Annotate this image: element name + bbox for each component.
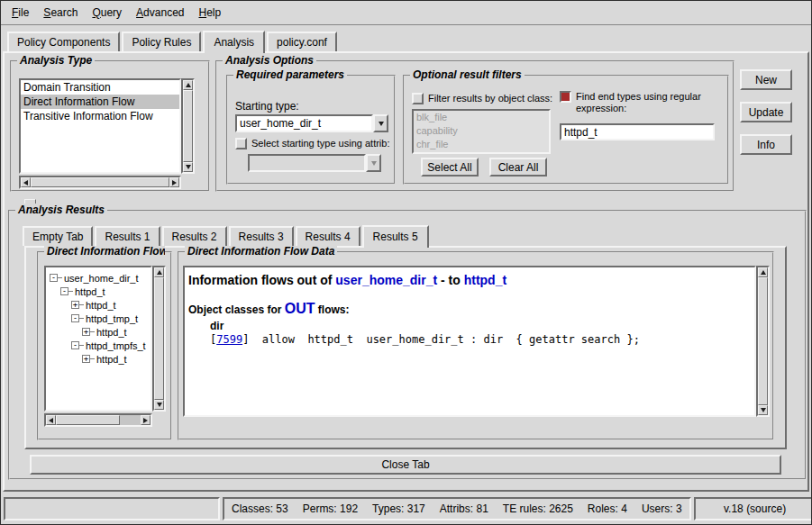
attrib-checkbox[interactable]: [235, 138, 247, 149]
analysis-type-title: Analysis Type: [17, 54, 95, 67]
new-button[interactable]: New: [740, 69, 792, 90]
tree-node[interactable]: -httpd_t: [48, 285, 149, 298]
scroll-up-arrow[interactable]: [183, 80, 193, 90]
object-class-name: dir: [210, 320, 754, 332]
source-type: user_home_dir_t: [335, 273, 437, 287]
menu-help[interactable]: Help: [191, 3, 228, 23]
scroll-down-arrow[interactable]: [758, 405, 768, 415]
headline-connector: - to: [441, 273, 461, 287]
scrollbar-trough[interactable]: [154, 277, 164, 400]
tab-results-2[interactable]: Results 2: [162, 226, 227, 246]
scroll-right-arrow[interactable]: [141, 415, 151, 425]
flow-tree-group: Direct Information Flow T -user_home_dir…: [37, 251, 172, 440]
close-tab-button[interactable]: Close Tab: [30, 455, 781, 475]
tab-analysis[interactable]: Analysis: [203, 31, 265, 53]
tree-expander-icon[interactable]: +: [82, 355, 90, 363]
horizontal-scrollbar[interactable]: [44, 413, 152, 427]
tab-results-5[interactable]: Results 5: [362, 225, 429, 248]
tree-node[interactable]: +httpd_t: [48, 325, 149, 339]
flow-data-textarea[interactable]: Information flows out of user_home_dir_t…: [183, 266, 756, 417]
rule-text: allow httpd_t user_home_dir_t : dir { ge…: [249, 333, 639, 346]
tree-expander-icon[interactable]: -: [71, 314, 79, 322]
main-tabstrip: Policy Components Policy Rules Analysis …: [3, 26, 339, 51]
stat-te-rules: TE rules: 2625: [503, 502, 573, 515]
tree-node[interactable]: -httpd_tmpfs_t: [48, 339, 149, 352]
flow-tree-title: Direct Information Flow T: [44, 245, 165, 258]
tree-expander-icon[interactable]: -: [71, 341, 79, 349]
filter-by-object-class-checkbox[interactable]: [412, 93, 424, 104]
starting-type-label: Starting type:: [235, 100, 299, 113]
chevron-down-icon: [371, 161, 377, 166]
scrollbar-trough[interactable]: [56, 415, 141, 425]
scrollbar-thumb[interactable]: [31, 177, 169, 187]
vertical-scrollbar[interactable]: [152, 266, 166, 412]
flow-tree[interactable]: -user_home_dir_t -httpd_t +httpd_t -http…: [44, 266, 152, 412]
scrollbar-thumb[interactable]: [758, 277, 768, 405]
flow-data-group: Direct Information Flow Data Information…: [178, 251, 774, 440]
tab-results-4[interactable]: Results 4: [296, 226, 360, 246]
combobox-dropdown-button-disabled: [366, 154, 381, 172]
horizontal-scrollbar[interactable]: [19, 176, 181, 189]
scrollbar-thumb[interactable]: [183, 90, 193, 162]
menu-advanced[interactable]: Advanced: [129, 3, 191, 23]
info-button[interactable]: Info: [740, 134, 792, 155]
tree-expander-icon[interactable]: +: [82, 328, 90, 336]
scroll-down-arrow[interactable]: [183, 162, 193, 172]
vertical-scrollbar[interactable]: [181, 78, 195, 174]
scroll-up-arrow[interactable]: [154, 267, 164, 277]
tab-results-1[interactable]: Results 1: [95, 226, 160, 246]
starting-type-combobox-input[interactable]: [235, 114, 373, 132]
regex-checkbox[interactable]: [560, 91, 571, 103]
combobox-dropdown-button[interactable]: [373, 114, 388, 132]
tree-node[interactable]: -user_home_dir_t: [48, 271, 149, 285]
object-classes-line: Object classes for OUT flows:: [188, 301, 754, 317]
tree-node[interactable]: +httpd_t: [48, 298, 149, 312]
tree-node-label[interactable]: user_home_dir_t: [62, 273, 139, 284]
list-item[interactable]: Transitive Information Flow: [21, 109, 179, 123]
clear-all-button[interactable]: Clear All: [489, 158, 547, 177]
tab-policy-components[interactable]: Policy Components: [7, 32, 120, 51]
classes-prefix: Object classes for: [188, 303, 281, 316]
tree-node-label[interactable]: httpd_t: [84, 300, 116, 311]
scroll-left-arrow[interactable]: [46, 415, 56, 425]
scroll-up-arrow[interactable]: [758, 267, 768, 277]
analysis-type-listbox[interactable]: Domain Transition Direct Information Flo…: [19, 78, 181, 174]
tab-policy-conf[interactable]: policy.conf: [267, 32, 337, 51]
scroll-right-arrow[interactable]: [169, 177, 179, 187]
menu-search[interactable]: Search: [36, 3, 85, 23]
list-item[interactable]: Domain Transition: [21, 80, 179, 95]
stat-types: Types: 317: [372, 502, 425, 515]
stat-users: Users: 3: [642, 502, 682, 515]
scrollbar-trough[interactable]: [183, 90, 193, 162]
vertical-scrollbar[interactable]: [756, 266, 770, 417]
rule-number-link[interactable]: 7599: [216, 333, 242, 346]
tab-results-3[interactable]: Results 3: [229, 226, 294, 246]
tree-expander-icon[interactable]: +: [71, 301, 79, 309]
select-all-button[interactable]: Select All: [421, 158, 479, 177]
flow-headline: Information flows out of user_home_dir_t…: [188, 273, 754, 287]
scroll-left-arrow[interactable]: [21, 177, 31, 187]
scroll-down-arrow[interactable]: [154, 400, 164, 410]
tree-node-label[interactable]: httpd_t: [95, 327, 127, 338]
scrollbar-thumb[interactable]: [56, 415, 120, 425]
scrollbar-trough[interactable]: [758, 277, 768, 405]
scrollbar-thumb[interactable]: [154, 277, 164, 400]
tab-empty[interactable]: Empty Tab: [23, 226, 93, 246]
tree-node-label[interactable]: httpd_t: [73, 286, 105, 297]
analysis-page: Analysis Type Domain Transition Direct I…: [3, 51, 809, 492]
tree-node[interactable]: +httpd_t: [48, 352, 149, 366]
tree-expander-icon[interactable]: -: [60, 287, 68, 295]
menu-query[interactable]: Query: [85, 3, 129, 23]
tree-node-label[interactable]: httpd_tmpfs_t: [84, 340, 146, 351]
attrib-checkbox-row: Select starting type using attrib:: [235, 138, 394, 149]
menu-file[interactable]: File: [5, 3, 36, 23]
tree-expander-icon[interactable]: -: [50, 274, 58, 282]
scrollbar-trough[interactable]: [31, 177, 169, 187]
list-item-selected[interactable]: Direct Information Flow: [21, 95, 179, 109]
tab-policy-rules[interactable]: Policy Rules: [122, 32, 201, 51]
regex-input[interactable]: [560, 123, 715, 140]
update-button[interactable]: Update: [740, 102, 792, 122]
tree-node-label[interactable]: httpd_t: [95, 354, 127, 365]
tree-node-label[interactable]: httpd_tmp_t: [84, 313, 138, 324]
tree-node[interactable]: -httpd_tmp_t: [48, 312, 149, 325]
